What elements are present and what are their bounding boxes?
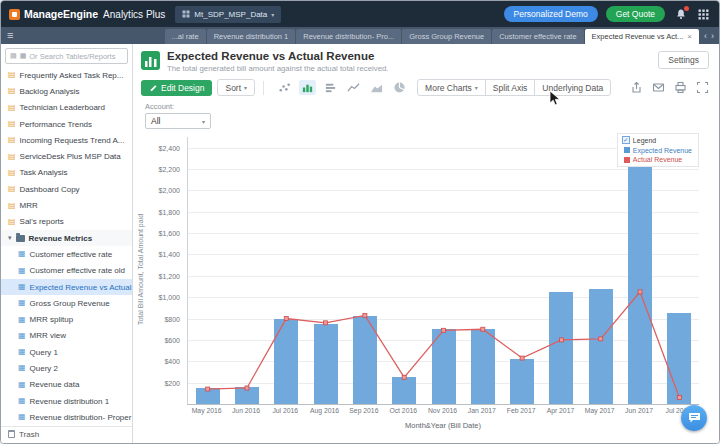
grid-view-icon: ▦: [20, 52, 27, 60]
chevron-left-icon[interactable]: ‹: [704, 31, 707, 41]
hamburger-menu-icon[interactable]: ≡: [7, 27, 13, 44]
sidebar-item-dashboard-copy[interactable]: ▤Dashboard Copy: [1, 181, 132, 197]
search-input[interactable]: [29, 52, 123, 61]
sidebar-subitem-revenue-distribution-proper[interactable]: ▦Revenue distribution- Proper: [1, 409, 132, 425]
bell-icon[interactable]: [673, 7, 688, 22]
sidebar-subitem-expected-revenue-vs-actual[interactable]: ▦Expected Revenue vs Actual...: [1, 279, 132, 295]
chevron-down-icon: ▾: [244, 84, 247, 91]
tab-expected-revenue-vs-act[interactable]: Expected Revenue vs Act...×: [585, 29, 699, 44]
underlying-data-button[interactable]: Underlying Data: [534, 79, 611, 96]
chevron-down-icon: ▾: [202, 118, 205, 125]
bar-chart-icon[interactable]: [322, 80, 339, 95]
sidebar-item-sal-s-reports[interactable]: ▤Sal's reports: [1, 214, 132, 230]
split-axis-button[interactable]: Split Axis: [485, 79, 536, 96]
account-filter-value: All: [151, 116, 160, 126]
report-chart-icon: ▦: [18, 381, 26, 389]
edit-design-button[interactable]: Edit Design: [141, 80, 212, 96]
legend-entry-actual-revenue[interactable]: Actual Revenue: [622, 156, 692, 163]
legend-swatch: [624, 157, 630, 163]
sidebar-subitem-customer-effective-rate-old[interactable]: ▦Customer effective rate old: [1, 263, 132, 279]
sidebar-item-frequently-asked-task-rep[interactable]: ▤Frequently Asked Task Rep...: [1, 67, 132, 83]
tab-label: Revenue distribution- Pro...: [303, 32, 394, 41]
sidebar-item-backlog-analysis[interactable]: ▤Backlog Analysis: [1, 83, 132, 99]
area-chart-icon[interactable]: [368, 80, 385, 95]
sidebar-item-label: MRR: [20, 201, 38, 210]
sidebar-subitem-customer-effective-rate[interactable]: ▦Customer effective rate: [1, 246, 132, 262]
tab-customer-effective-rate[interactable]: Customer effective rate: [492, 29, 583, 44]
chat-fab-button[interactable]: [681, 405, 707, 431]
line-marker: [245, 386, 249, 390]
tab-al-rate[interactable]: ...al rate: [165, 29, 206, 44]
report-chart-icon: ▦: [18, 283, 26, 291]
line-marker: [520, 356, 524, 360]
tab-gross-group-revenue[interactable]: Gross Group Revenue: [402, 29, 491, 44]
legend-box: ✓ Legend Expected Revenue Actual Revenue: [617, 133, 699, 167]
topbar: ManageEngine Analytics Plus Mt_SDP_MSP_D…: [1, 1, 719, 27]
x-axis-title: Month&Year (Bill Date): [187, 421, 699, 430]
sidebar-search[interactable]: ▤ ▦: [5, 48, 128, 64]
report-panel: Expected Revenue vs Actual Revenue The t…: [133, 44, 719, 443]
y-tick-label: $2,000: [159, 187, 180, 194]
sidebar-subitem-mrr-view[interactable]: ▦MRR view: [1, 328, 132, 344]
sidebar-item-servicedesk-plus-msp-data[interactable]: ▤ServiceDesk Plus MSP Data: [1, 148, 132, 164]
sidebar-subitem-label: Customer effective rate: [30, 250, 113, 259]
share-icon[interactable]: [630, 81, 643, 94]
x-tick-label: Oct 2016: [389, 407, 417, 414]
more-charts-button[interactable]: More Charts ▾: [417, 79, 486, 96]
sidebar-item-trash[interactable]: Trash: [1, 426, 132, 442]
sidebar-item-technician-leaderboard[interactable]: ▤Technician Leaderboard: [1, 100, 132, 116]
scatter-chart-icon[interactable]: [276, 80, 293, 95]
tab-label: Revenue distribution 1: [214, 32, 289, 41]
sidebar-subitem-gross-group-revenue[interactable]: ▦Gross Group Revenue: [1, 295, 132, 311]
pie-chart-icon[interactable]: [391, 80, 408, 95]
sidebar-item-incoming-requests-trend-a[interactable]: ▤Incoming Requests Trend A...: [1, 132, 132, 148]
tab-revenue-distribution-1[interactable]: Revenue distribution 1: [207, 29, 296, 44]
sidebar-item-task-analysis[interactable]: ▤Task Analysis: [1, 165, 132, 181]
sidebar-subitem-query-1[interactable]: ▦Query 1: [1, 344, 132, 360]
y-tick-label: $2,400: [159, 144, 180, 151]
sidebar-subitem-label: Expected Revenue vs Actual...: [30, 283, 132, 292]
legend-entry-expected-revenue[interactable]: Expected Revenue: [622, 147, 692, 154]
chevron-right-icon[interactable]: ›: [711, 31, 714, 41]
account-filter-select[interactable]: All ▾: [145, 113, 211, 129]
get-quote-button[interactable]: Get Quote: [606, 6, 665, 22]
report-chart-icon: ▦: [18, 364, 26, 372]
sidebar-item-performance-trends[interactable]: ▤Performance Trends: [1, 116, 132, 132]
sidebar-folder-revenue-metrics[interactable]: ▾Revenue Metrics: [1, 230, 132, 246]
sort-button[interactable]: Sort ▾: [217, 79, 255, 96]
column-chart-icon[interactable]: [299, 80, 316, 95]
mail-icon[interactable]: [652, 81, 665, 94]
line-marker: [324, 321, 328, 325]
line-marker: [402, 375, 406, 379]
sidebar-subitem-revenue-data[interactable]: ▦Revenue data: [1, 377, 132, 393]
sidebar-subitem-label: Revenue distribution 1: [30, 397, 110, 406]
sidebar-subitem-query-2[interactable]: ▦Query 2: [1, 360, 132, 376]
tab-close-icon[interactable]: ×: [687, 32, 692, 41]
y-tick-label: $600: [164, 336, 180, 343]
sidebar-item-label: Incoming Requests Trend A...: [20, 136, 125, 145]
y-tick-label: $1,800: [159, 208, 180, 215]
fullscreen-icon[interactable]: [696, 81, 709, 94]
print-icon[interactable]: [674, 81, 687, 94]
sidebar-subitem-revenue-distribution-1[interactable]: ▦Revenue distribution 1: [1, 393, 132, 409]
settings-button[interactable]: Settings: [658, 51, 709, 69]
workspace-selector[interactable]: Mt_SDP_MSP_Data ▾: [175, 6, 281, 23]
line-marker: [284, 317, 288, 321]
report-chart-icon: ▦: [18, 250, 26, 258]
personalized-demo-button[interactable]: Personalized Demo: [504, 6, 598, 22]
sidebar-item-mrr[interactable]: ▤MRR: [1, 197, 132, 213]
apps-grid-icon[interactable]: [696, 7, 711, 22]
sidebar-subitem-mrr-splitup[interactable]: ▦MRR splitup: [1, 311, 132, 327]
tab-revenue-distribution-pro[interactable]: Revenue distribution- Pro...: [296, 29, 401, 44]
x-tick-label: Jul 2016: [272, 407, 298, 414]
sidebar-item-label: Backlog Analysis: [20, 87, 80, 96]
app-window: ManageEngine Analytics Plus Mt_SDP_MSP_D…: [0, 0, 720, 444]
chart-action-group: More Charts ▾ Split Axis Underlying Data: [417, 79, 611, 96]
x-tick-label: May 2016: [192, 407, 222, 414]
x-tick-label: Jan 2017: [468, 407, 496, 414]
legend-checkbox[interactable]: ✓: [622, 136, 630, 144]
tab-list: ...al rateRevenue distribution 1Revenue …: [165, 27, 699, 44]
sidebar-subitem-label: Customer effective rate old: [30, 266, 125, 275]
sidebar-subitem-label: MRR view: [30, 331, 66, 340]
line-chart-icon[interactable]: [345, 80, 362, 95]
